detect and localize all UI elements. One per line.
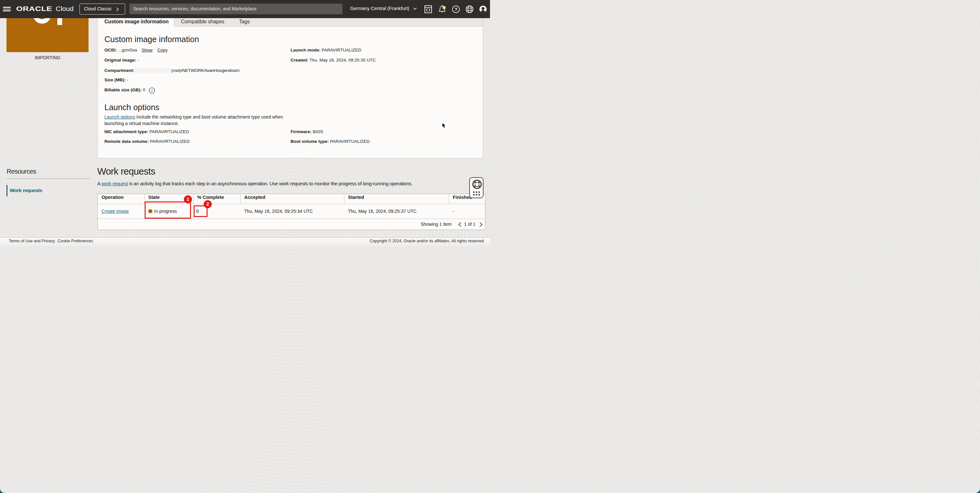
svg-text:?: ? [455,7,458,12]
svg-text:i: i [151,88,153,93]
